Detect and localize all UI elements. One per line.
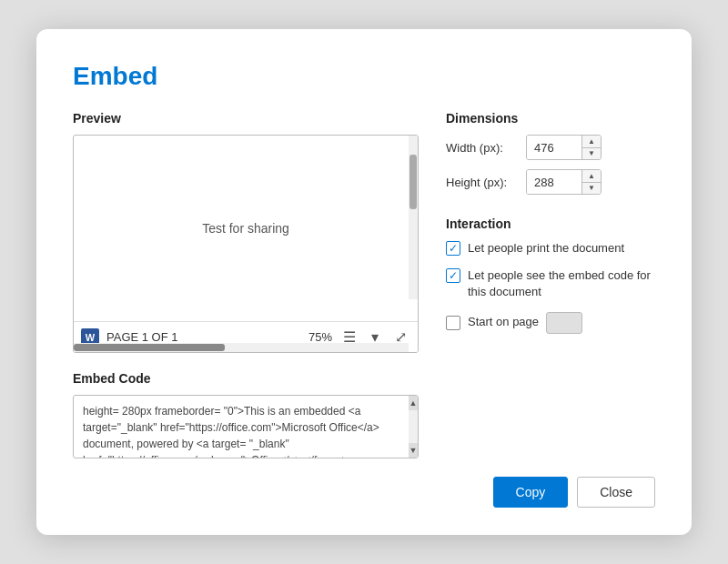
height-down-button[interactable]: ▼: [582, 182, 601, 195]
preview-hscroll-thumb: [74, 344, 225, 351]
start-on-page-label: Start on page: [468, 314, 539, 330]
preview-label: Preview: [73, 111, 419, 126]
embed-scroll-up[interactable]: ▲: [409, 396, 418, 410]
print-checkbox[interactable]: ✓: [446, 241, 460, 256]
dialog-footer: Copy Close: [73, 477, 655, 508]
dimensions-section: Dimensions Width (px): ▲ ▼ Height (px):: [446, 111, 655, 195]
width-row: Width (px): ▲ ▼: [446, 135, 655, 160]
width-up-button[interactable]: ▲: [582, 136, 601, 147]
close-button[interactable]: Close: [577, 477, 655, 508]
interaction-label: Interaction: [446, 217, 655, 231]
embed-code-checkbox-row: ✓ Let people see the embed code for this…: [446, 267, 655, 300]
left-panel: Preview Test for sharing W PAGE 1 OF 1: [73, 111, 419, 458]
height-input[interactable]: [527, 170, 581, 194]
copy-button[interactable]: Copy: [493, 477, 569, 508]
embed-code-text: height= 280px frameborder= "0">This is a…: [74, 396, 409, 458]
width-input[interactable]: [527, 136, 581, 159]
height-up-button[interactable]: ▲: [582, 170, 601, 182]
embed-scroll-down[interactable]: ▼: [409, 443, 418, 458]
embed-code-scrollbar[interactable]: ▲ ▼: [409, 396, 418, 458]
dialog-title: Embed: [73, 62, 655, 91]
height-row: Height (px): ▲ ▼: [446, 169, 655, 195]
embed-code-checkbox[interactable]: ✓: [446, 268, 460, 283]
embed-dialog: Embed Preview Test for sharing W: [36, 29, 692, 535]
embed-code-check-label: Let people see the embed code for this d…: [468, 267, 655, 300]
print-checkmark: ✓: [449, 243, 458, 254]
main-content: Preview Test for sharing W PAGE 1 OF 1: [73, 111, 655, 458]
start-on-page-input[interactable]: [546, 312, 582, 334]
height-label: Height (px):: [446, 176, 519, 189]
embed-code-checkmark: ✓: [449, 270, 458, 281]
print-checkbox-row: ✓ Let people print the document: [446, 240, 655, 257]
width-spinner: ▲ ▼: [581, 136, 601, 159]
embed-code-box[interactable]: height= 280px frameborder= "0">This is a…: [73, 395, 419, 458]
embed-scroll-track: [409, 410, 418, 443]
start-on-page-checkbox[interactable]: [446, 316, 460, 330]
interaction-section: Interaction ✓ Let people print the docum…: [446, 217, 655, 334]
page-info: PAGE 1 OF 1: [106, 330, 301, 344]
preview-document-text: Test for sharing: [202, 221, 289, 236]
preview-scrollbar[interactable]: [409, 136, 418, 299]
embed-code-label: Embed Code: [73, 371, 419, 386]
dimensions-label: Dimensions: [446, 111, 655, 126]
preview-inner: Test for sharing: [74, 136, 418, 321]
preview-hscrollbar[interactable]: [74, 343, 409, 352]
width-input-wrap: ▲ ▼: [526, 135, 602, 160]
width-label: Width (px):: [446, 141, 519, 155]
height-input-wrap: ▲ ▼: [526, 169, 602, 195]
zoom-info: 75%: [308, 330, 332, 344]
preview-container: Test for sharing W PAGE 1 OF 1 75% ☰: [73, 135, 419, 353]
right-panel: Dimensions Width (px): ▲ ▼ Height (px):: [446, 111, 655, 458]
height-spinner: ▲ ▼: [581, 170, 601, 194]
embed-code-section: Embed Code height= 280px frameborder= "0…: [73, 371, 419, 458]
preview-scrollbar-thumb: [410, 155, 417, 209]
start-on-page-row: Start on page: [446, 312, 655, 334]
print-label: Let people print the document: [468, 240, 624, 257]
width-down-button[interactable]: ▼: [582, 147, 601, 160]
